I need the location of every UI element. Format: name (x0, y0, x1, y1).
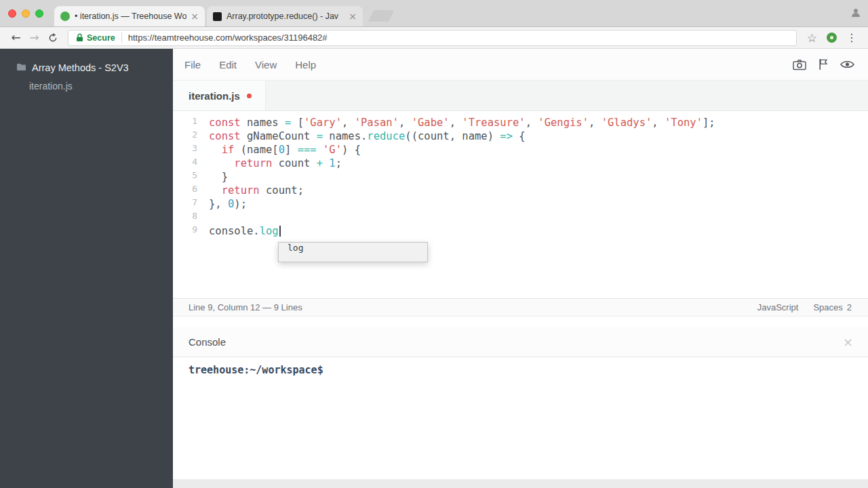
preview-eye-icon[interactable] (840, 60, 854, 69)
bottom-strip (173, 479, 868, 488)
window-zoom-button[interactable] (35, 9, 43, 18)
code-editor[interactable]: 1const names = ['Gary', 'Pasan', 'Gabe',… (173, 111, 868, 298)
new-tab-button[interactable] (368, 10, 394, 22)
editor-statusbar: Line 9, Column 12 — 9 Lines JavaScript S… (173, 298, 868, 317)
editor-tabbar: iteration.js (173, 81, 868, 111)
line-number: 1 (173, 116, 197, 126)
terminal[interactable]: treehouse:~/workspace$ (173, 357, 868, 479)
bookmark-star-icon[interactable]: ☆ (807, 31, 817, 45)
folder-icon (16, 62, 26, 73)
line-number: 7 (173, 197, 197, 207)
cursor-position: Line 9, Column 12 — 9 Lines (189, 302, 302, 312)
browser-tab-workspace[interactable]: • iteration.js — Treehouse Wo × (54, 6, 205, 26)
menu-edit[interactable]: Edit (219, 59, 237, 70)
line-number: 5 (173, 170, 197, 180)
browser-tab-mdn[interactable]: Array.prototype.reduce() - Jav × (207, 6, 363, 26)
sidebar-file-iteration-js[interactable]: iteration.js (0, 73, 173, 92)
console-header: Console × (173, 327, 868, 357)
menu-file[interactable]: File (184, 59, 201, 70)
line-number: 4 (173, 157, 197, 167)
editor-tab-label: iteration.js (189, 90, 240, 102)
workspace-main: File Edit View Help (173, 49, 868, 488)
url-text: https://teamtreehouse.com/workspaces/311… (128, 33, 328, 43)
line-number: 8 (173, 211, 197, 221)
code-line[interactable]: 2const gNameCount = names.reduce((count,… (173, 129, 868, 143)
fork-flag-icon[interactable] (818, 58, 828, 70)
terminal-prompt: treehouse:~/workspace$ (189, 364, 323, 376)
text-cursor (279, 226, 281, 237)
autocomplete-item-log[interactable]: log (279, 243, 427, 262)
snapshot-camera-icon[interactable] (793, 59, 806, 70)
code-line[interactable]: 9console.log (173, 224, 868, 238)
code-line[interactable]: 7}, 0); (173, 197, 868, 211)
project-name: Array Methods - S2V3 (32, 62, 129, 73)
code-line[interactable]: 4 return count + 1; (173, 157, 868, 170)
sidebar-project[interactable]: Array Methods - S2V3 (0, 49, 173, 73)
secure-label: Secure (87, 33, 115, 43)
omnibox-separator (121, 33, 122, 43)
lock-icon (76, 33, 83, 42)
tab-title: Array.prototype.reduce() - Jav (226, 12, 344, 21)
window-close-button[interactable] (8, 9, 16, 18)
line-number: 2 (173, 129, 197, 140)
indent-selector[interactable]: Spaces 2 (813, 302, 852, 312)
mdn-favicon-icon (213, 12, 222, 21)
console-title: Console (189, 336, 226, 348)
console-close-icon[interactable]: × (843, 336, 853, 348)
editor-tab-iteration-js[interactable]: iteration.js (173, 81, 266, 110)
language-selector[interactable]: JavaScript (757, 302, 799, 312)
file-name: iteration.js (29, 81, 73, 92)
back-button[interactable]: ← (7, 32, 25, 43)
line-number: 9 (173, 224, 197, 235)
indent-label: Spaces (813, 302, 842, 312)
editor-tab-modified-dot (247, 94, 252, 98)
address-bar[interactable]: Secure https://teamtreehouse.com/workspa… (68, 30, 797, 46)
profile-icon[interactable] (850, 7, 861, 21)
workspace-sidebar: Array Methods - S2V3 iteration.js (0, 49, 173, 488)
browser-tabstrip: • iteration.js — Treehouse Wo × Array.pr… (54, 6, 391, 26)
window-titlebar: • iteration.js — Treehouse Wo × Array.pr… (0, 0, 868, 27)
code-line[interactable]: 5 } (173, 170, 868, 184)
window-minimize-button[interactable] (22, 9, 30, 18)
browser-toolbar: ← → Secure https://teamtreehouse.com/wor… (0, 27, 868, 49)
indent-value: 2 (847, 302, 852, 312)
line-number: 6 (173, 184, 197, 194)
autocomplete-popup: log (278, 242, 428, 262)
tab-title: • iteration.js — Treehouse Wo (75, 12, 186, 21)
window-controls (8, 9, 43, 18)
menu-help[interactable]: Help (295, 59, 316, 70)
tab-close-icon[interactable]: × (191, 12, 199, 21)
workspace-menubar: File Edit View Help (173, 49, 868, 81)
reload-icon (47, 33, 58, 43)
menu-view[interactable]: View (255, 59, 277, 70)
tab-close-icon[interactable]: × (349, 12, 357, 21)
code-line[interactable]: 8 (173, 211, 868, 224)
code-line[interactable]: 3 if (name[0] === 'G') { (173, 143, 868, 157)
extension-icon[interactable] (827, 33, 837, 43)
workspace-toolbar-icons (793, 58, 854, 70)
reload-button[interactable] (43, 33, 62, 43)
treehouse-favicon-icon (60, 12, 70, 21)
code-line[interactable]: 1const names = ['Gary', 'Pasan', 'Gabe',… (173, 116, 868, 129)
line-number: 3 (173, 143, 197, 153)
browser-menu-icon[interactable]: ⋮ (846, 31, 857, 44)
code-line[interactable]: 6 return count; (173, 184, 868, 197)
forward-button[interactable]: → (25, 32, 43, 43)
